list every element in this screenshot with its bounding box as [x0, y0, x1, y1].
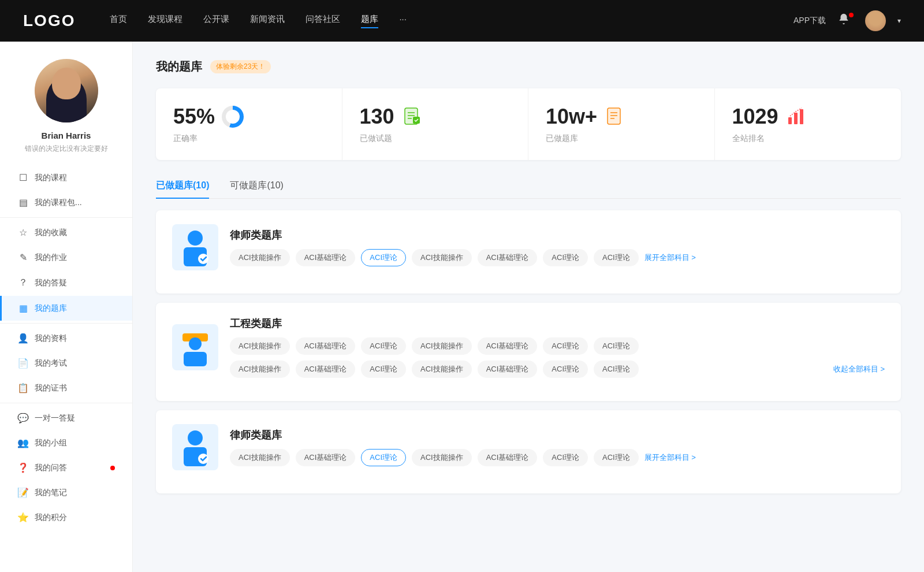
sidebar-item-label: 我的积分 — [35, 512, 67, 523]
done-q-label: 已做试题 — [360, 133, 392, 144]
sidebar-item-label: 我的题库 — [35, 303, 67, 314]
sidebar-item-my-qa[interactable]: ❓ 我的问答 — [0, 455, 132, 480]
accuracy-label: 正确率 — [173, 133, 198, 144]
tag[interactable]: ACI基础理论 — [296, 249, 356, 266]
nav-qa[interactable]: 问答社区 — [305, 14, 340, 28]
tab-done[interactable]: 已做题库(10) — [156, 174, 209, 199]
sidebar-item-qa[interactable]: ？ 我的答疑 — [0, 270, 132, 296]
sidebar-item-certificate[interactable]: 📋 我的证书 — [0, 376, 132, 400]
stat-accuracy: 55% 正确率 — [156, 88, 342, 160]
lawyer-figure-icon — [178, 229, 213, 266]
tag[interactable]: ACI基础理论 — [478, 361, 538, 378]
tag[interactable]: ACI基础理论 — [296, 361, 356, 378]
engineer-figure-icon — [178, 329, 213, 366]
user-avatar[interactable] — [865, 10, 886, 31]
tag[interactable]: ACI基础理论 — [478, 449, 538, 466]
logo[interactable]: LOGO — [23, 12, 75, 30]
tag[interactable]: ACI理论 — [543, 337, 588, 355]
qbank-name-2: 工程类题库 — [230, 317, 885, 330]
tag[interactable]: ACI技能操作 — [230, 449, 290, 466]
sidebar-item-label: 我的答疑 — [35, 278, 67, 288]
tag[interactable]: ACI技能操作 — [230, 361, 290, 378]
group-icon: 👥 — [17, 437, 29, 448]
qa-icon: ？ — [17, 277, 29, 289]
stat-top-4: 1029 — [732, 105, 807, 129]
sidebar-item-homework[interactable]: ✎ 我的作业 — [0, 245, 132, 270]
app-download[interactable]: APP下载 — [793, 16, 826, 26]
trial-badge: 体验剩余23天！ — [210, 60, 271, 73]
exam-icon: 📄 — [17, 358, 29, 369]
accuracy-donut-icon — [222, 106, 244, 128]
lawyer-icon-wrap-1 — [172, 224, 218, 270]
tag[interactable]: ACI基础理论 — [478, 249, 538, 266]
sidebar-item-label: 我的课程包... — [35, 198, 82, 208]
qbank-header-3: 律师类题库 ACI技能操作 ACI基础理论 ACI理论 ACI技能操作 ACI基… — [172, 424, 885, 470]
tag[interactable]: ACI技能操作 — [412, 449, 472, 466]
sidebar-item-exam[interactable]: 📄 我的考试 — [0, 351, 132, 376]
nav-more[interactable]: ··· — [399, 14, 407, 28]
tag[interactable]: ACI技能操作 — [412, 249, 472, 266]
note-orange-icon — [604, 106, 626, 128]
done-banks-label: 已做题库 — [546, 133, 578, 144]
nav-news[interactable]: 新闻资讯 — [250, 14, 285, 28]
tag[interactable]: ACI理论 — [594, 361, 639, 378]
tag[interactable]: ACI理论 — [594, 337, 639, 355]
tag[interactable]: ACI理论 — [361, 337, 406, 355]
sidebar-item-label: 我的收藏 — [35, 228, 67, 238]
tag[interactable]: ACI理论 — [594, 449, 639, 466]
svg-rect-11 — [788, 117, 792, 124]
sidebar-item-course-package[interactable]: ▤ 我的课程包... — [0, 190, 132, 215]
tab-available[interactable]: 可做题库(10) — [230, 174, 283, 199]
tag[interactable]: ACI技能操作 — [412, 337, 472, 355]
page-container: Brian Harris 错误的决定比没有决定要好 ☐ 我的课程 ▤ 我的课程包… — [0, 42, 924, 572]
sidebar-item-qbank[interactable]: ▦ 我的题库 — [0, 296, 132, 321]
svg-point-18 — [189, 337, 202, 350]
sidebar-item-label: 我的课程 — [35, 173, 67, 183]
qbank-header-1: 律师类题库 ACI技能操作 ACI基础理论 ACI理论 ACI技能操作 ACI基… — [172, 224, 885, 270]
tag[interactable]: ACI理论 — [543, 249, 588, 266]
expand-link-3[interactable]: 展开全部科目 > — [644, 452, 696, 463]
tabs-row: 已做题库(10) 可做题库(10) — [156, 174, 901, 199]
sidebar-item-points[interactable]: ⭐ 我的积分 — [0, 505, 132, 530]
sidebar-item-group[interactable]: 👥 我的小组 — [0, 430, 132, 455]
collapse-link[interactable]: 收起全部科目 > — [833, 364, 885, 374]
tag-active[interactable]: ACI理论 — [361, 249, 406, 266]
tag[interactable]: ACI技能操作 — [230, 337, 290, 355]
sidebar-item-my-courses[interactable]: ☐ 我的课程 — [0, 165, 132, 190]
svg-rect-19 — [184, 352, 207, 366]
nav-qbank[interactable]: 题库 — [361, 14, 378, 28]
nav-menu: 首页 发现课程 公开课 新闻资讯 问答社区 题库 ··· — [110, 14, 793, 28]
expand-link-1[interactable]: 展开全部科目 > — [644, 252, 696, 263]
tag[interactable]: ACI理论 — [543, 449, 588, 466]
sidebar-item-one-on-one[interactable]: 💬 一对一答疑 — [0, 406, 132, 430]
tag[interactable]: ACI技能操作 — [412, 361, 472, 378]
tag[interactable]: ACI理论 — [594, 249, 639, 266]
sidebar-item-notes[interactable]: 📝 我的笔记 — [0, 480, 132, 505]
my-qa-icon: ❓ — [17, 462, 29, 473]
user-menu-chevron[interactable]: ▾ — [897, 17, 901, 25]
sidebar-item-profile[interactable]: 👤 我的资料 — [0, 326, 132, 351]
nav-home[interactable]: 首页 — [110, 14, 127, 28]
avatar-face — [865, 10, 886, 31]
sidebar: Brian Harris 错误的决定比没有决定要好 ☐ 我的课程 ▤ 我的课程包… — [0, 42, 133, 572]
sidebar-item-label: 我的小组 — [35, 438, 67, 448]
qbank-card-lawyer-2: 律师类题库 ACI技能操作 ACI基础理论 ACI理论 ACI技能操作 ACI基… — [156, 410, 901, 493]
chart-red-icon — [785, 106, 807, 128]
tag[interactable]: ACI技能操作 — [230, 249, 290, 266]
nav-discover[interactable]: 发现课程 — [148, 14, 182, 28]
sidebar-item-favorites[interactable]: ☆ 我的收藏 — [0, 220, 132, 245]
tag[interactable]: ACI理论 — [543, 361, 588, 378]
tag[interactable]: ACI理论 — [361, 361, 406, 378]
tag[interactable]: ACI基础理论 — [296, 337, 356, 355]
nav-open-course[interactable]: 公开课 — [203, 14, 229, 28]
tags-row-2b: ACI技能操作 ACI基础理论 ACI理论 ACI技能操作 ACI基础理论 AC… — [230, 361, 885, 378]
tag[interactable]: ACI基础理论 — [478, 337, 538, 355]
tag[interactable]: ACI基础理论 — [296, 449, 356, 466]
profile-icon: 👤 — [17, 333, 29, 344]
stat-top: 55% — [173, 105, 244, 129]
sidebar-item-label: 我的考试 — [35, 358, 67, 369]
svg-point-22 — [198, 454, 208, 464]
notification-bell[interactable] — [837, 13, 854, 29]
homework-icon: ✎ — [17, 252, 29, 263]
tag-active[interactable]: ACI理论 — [361, 449, 406, 466]
